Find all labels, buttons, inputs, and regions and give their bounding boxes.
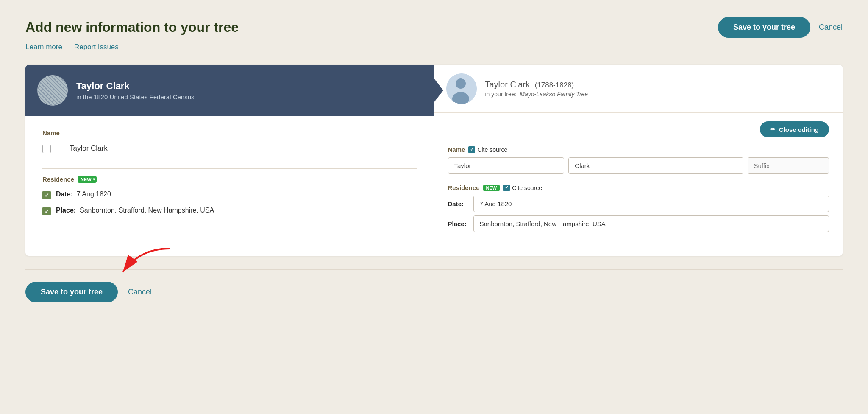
last-name-field bbox=[568, 157, 743, 174]
left-panel: Taylor Clark in the 1820 United States F… bbox=[25, 65, 434, 256]
record-date-value: Date: 7 Aug 1820 bbox=[56, 190, 111, 198]
residence-cite-checkbox[interactable] bbox=[503, 185, 510, 191]
name-inputs bbox=[448, 157, 829, 174]
record-place-row: Place: Sanbornton, Strafford, New Hampsh… bbox=[42, 203, 417, 219]
edit-residence-section: Residence NEW Cite source Date: Place: bbox=[448, 184, 829, 232]
record-residence-group: Residence NEW Date: 7 Aug 1820 Place: Sa… bbox=[42, 176, 417, 219]
record-place-value: Place: Sanbornton, Strafford, New Hampsh… bbox=[56, 207, 214, 214]
tree-avatar bbox=[446, 73, 477, 104]
svg-point-1 bbox=[456, 78, 466, 89]
name-cite-checkbox[interactable] bbox=[468, 146, 475, 153]
new-badge: NEW bbox=[78, 176, 97, 183]
record-body: Name Taylor Clark Residence NEW Date: bbox=[25, 116, 434, 244]
record-header-text: Taylor Clark in the 1820 United States F… bbox=[76, 81, 195, 101]
record-name: Taylor Clark bbox=[76, 81, 195, 92]
date-checkbox[interactable] bbox=[42, 191, 51, 199]
suffix-field bbox=[748, 157, 829, 174]
tree-header-text: Taylor Clark (1788-1828) in your tree: M… bbox=[485, 80, 588, 98]
edit-date-label: Date: bbox=[448, 200, 469, 207]
right-body: ✏ Close editing Name Cite source bbox=[434, 113, 843, 256]
page-header: Add new information to your tree Save to… bbox=[25, 17, 843, 38]
name-checkbox[interactable] bbox=[42, 145, 51, 153]
record-name-label: Name bbox=[42, 129, 417, 137]
edit-place-row: Place: bbox=[448, 215, 829, 232]
cancel-link-top[interactable]: Cancel bbox=[819, 23, 843, 32]
page-title: Add new information to your tree bbox=[25, 20, 239, 35]
edit-name-label: Name Cite source bbox=[448, 146, 829, 153]
tree-header: Taylor Clark (1788-1828) in your tree: M… bbox=[434, 65, 843, 113]
record-avatar bbox=[37, 75, 68, 106]
tree-person-name: Taylor Clark (1788-1828) bbox=[485, 80, 588, 90]
record-name-row: Taylor Clark bbox=[42, 141, 417, 157]
date-input[interactable] bbox=[473, 196, 829, 212]
edit-place-label: Place: bbox=[448, 220, 469, 227]
report-issues-link[interactable]: Report Issues bbox=[74, 43, 119, 51]
person-silhouette-icon bbox=[446, 73, 477, 104]
record-name-value: Taylor Clark bbox=[56, 144, 108, 153]
cancel-link-bottom[interactable]: Cancel bbox=[128, 288, 152, 297]
record-header: Taylor Clark in the 1820 United States F… bbox=[25, 65, 434, 116]
suffix-input[interactable] bbox=[748, 157, 829, 174]
record-residence-label: Residence NEW bbox=[42, 176, 417, 183]
divider bbox=[42, 168, 417, 169]
learn-more-link[interactable]: Learn more bbox=[25, 43, 62, 51]
name-cite-source: Cite source bbox=[468, 146, 507, 153]
residence-cite-source: Cite source bbox=[503, 185, 542, 191]
edit-new-badge: NEW bbox=[483, 185, 500, 191]
pencil-icon: ✏ bbox=[770, 126, 776, 133]
edit-date-row: Date: bbox=[448, 196, 829, 212]
last-name-input[interactable] bbox=[568, 157, 743, 174]
place-input[interactable] bbox=[473, 215, 829, 232]
edit-residence-label: Residence NEW Cite source bbox=[448, 184, 829, 191]
main-content: Taylor Clark in the 1820 United States F… bbox=[25, 65, 843, 256]
record-source: in the 1820 United States Federal Census bbox=[76, 93, 195, 101]
first-name-input[interactable] bbox=[448, 157, 565, 174]
save-tree-button-bottom[interactable]: Save to your tree bbox=[25, 282, 118, 302]
record-name-group: Name Taylor Clark bbox=[42, 129, 417, 157]
sub-links: Learn more Report Issues bbox=[25, 43, 843, 51]
close-editing-button[interactable]: ✏ Close editing bbox=[760, 121, 829, 137]
edit-name-section: Name Cite source bbox=[448, 146, 829, 174]
bottom-actions: Save to your tree Cancel bbox=[25, 269, 843, 307]
place-checkbox[interactable] bbox=[42, 207, 51, 215]
header-actions: Save to your tree Cancel bbox=[718, 17, 843, 38]
tree-person-tree: in your tree: Mayo-Laakso Family Tree bbox=[485, 91, 588, 98]
close-editing-row: ✏ Close editing bbox=[448, 121, 829, 137]
right-panel: Taylor Clark (1788-1828) in your tree: M… bbox=[434, 65, 843, 256]
record-avatar-image bbox=[37, 75, 68, 106]
record-date-row: Date: 7 Aug 1820 bbox=[42, 187, 417, 203]
save-tree-button-top[interactable]: Save to your tree bbox=[718, 17, 810, 38]
first-name-field bbox=[448, 157, 565, 174]
